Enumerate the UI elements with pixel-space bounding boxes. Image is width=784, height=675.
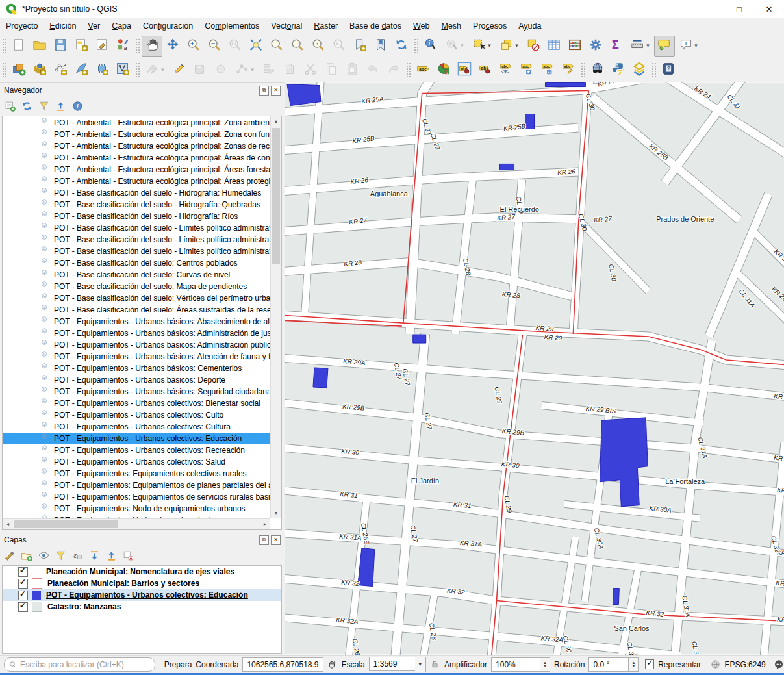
layer-checkbox[interactable] bbox=[18, 567, 28, 577]
browser-layer-item[interactable]: POT - Ambiental - Estructura ecológica p… bbox=[3, 164, 270, 175]
show-statistics-button[interactable]: Σ bbox=[606, 36, 627, 57]
python-console-button[interactable] bbox=[608, 60, 629, 81]
toolbar-grip[interactable] bbox=[414, 38, 418, 54]
browser-layer-item[interactable]: POT - Ambiental - Estructura ecológica p… bbox=[3, 129, 270, 140]
browser-layer-item[interactable]: POT - Equipamientos - Urbanos básicos: A… bbox=[3, 351, 270, 363]
browser-layer-item[interactable]: POT - Equipamientos - Urbanos básicos: A… bbox=[3, 316, 270, 327]
browser-layer-item[interactable]: POT - Base clasificación del suelo: Mapa… bbox=[3, 281, 270, 292]
menu-complementos[interactable]: Complementos bbox=[199, 19, 265, 32]
layer-labeling-options-button[interactable]: abc bbox=[412, 60, 433, 81]
browser-layer-item[interactable]: POT - Equipamientos - Urbanos básicos: C… bbox=[3, 363, 270, 374]
browser-layer-item[interactable]: POT - Equipamientos - Urbanos colectivos… bbox=[3, 456, 270, 468]
browser-layer-item[interactable]: POT - Ambiental - Estructura ecológica p… bbox=[3, 152, 270, 164]
filter-by-expression-icon[interactable]: ε bbox=[70, 548, 84, 563]
browser-layer-item[interactable]: POT - Equipamientos - Urbanos colectivos… bbox=[3, 433, 270, 444]
layer-row[interactable]: Catastro: Manzanas bbox=[3, 601, 281, 613]
browser-layer-item[interactable]: POT - Ambiental - Estructura ecológica p… bbox=[3, 175, 270, 187]
menu-procesos[interactable]: Procesos bbox=[467, 19, 512, 32]
toggle-editing-button[interactable] bbox=[169, 60, 190, 81]
browser-layer-item[interactable]: POT - Base clasificación del suelo: Curv… bbox=[3, 269, 270, 281]
menu-rster[interactable]: Ráster bbox=[308, 19, 344, 32]
zoom-in-button[interactable] bbox=[183, 36, 204, 57]
processing-toolbox-button[interactable] bbox=[585, 36, 606, 57]
messages-icon[interactable] bbox=[774, 659, 784, 670]
browser-layer-item[interactable]: POT - Base clasificación del suelo: Cent… bbox=[3, 257, 270, 269]
browser-layer-item[interactable]: POT - Equipamientos - Urbanos colectivos… bbox=[3, 421, 270, 433]
browser-float-icon[interactable]: ⧉ bbox=[259, 86, 269, 96]
deselect-features-button[interactable] bbox=[523, 36, 544, 57]
browser-layer-item[interactable]: POT - Equipamientos - Urbanos colectivos… bbox=[3, 398, 270, 409]
menu-edicin[interactable]: Edición bbox=[44, 19, 82, 32]
add-group-icon[interactable] bbox=[19, 548, 34, 563]
new-virtual-layer-button[interactable] bbox=[112, 60, 133, 81]
measure-line-button[interactable]: ▼ bbox=[627, 36, 654, 57]
layer-checkbox[interactable] bbox=[18, 602, 28, 612]
new-geopackage-layer-button[interactable] bbox=[29, 60, 50, 81]
toolbar-grip[interactable] bbox=[651, 62, 656, 78]
new-print-layout-button[interactable] bbox=[71, 36, 92, 57]
help-button[interactable]: ? bbox=[658, 60, 679, 81]
browser-layer-item[interactable]: POT - Ambiental - Estructura ecológica p… bbox=[3, 140, 270, 152]
select-features-by-value-button[interactable]: ▼ bbox=[496, 36, 523, 57]
zoom-last-button[interactable] bbox=[308, 36, 329, 57]
browser-layer-item[interactable]: POT - Equipamientos - Urbanos básicos: S… bbox=[3, 386, 270, 398]
pan-to-selection-button[interactable] bbox=[162, 36, 183, 57]
zoom-out-button[interactable] bbox=[204, 36, 225, 57]
toolbar-grip[interactable] bbox=[2, 38, 6, 54]
metasearch-button[interactable] bbox=[587, 60, 608, 81]
browser-close-icon[interactable]: ✕ bbox=[271, 86, 281, 96]
scroll-left-icon[interactable]: ◄ bbox=[3, 519, 13, 529]
browser-layer-item[interactable]: POT - Equipamientos - Urbanos básicos: D… bbox=[3, 374, 270, 386]
add-selected-layer-icon[interactable] bbox=[3, 99, 17, 113]
menu-basededatos[interactable]: Base de datos bbox=[344, 19, 407, 32]
browser-layer-item[interactable]: POT - Ambiental - Estructura ecológica p… bbox=[3, 117, 270, 129]
browser-layer-item[interactable]: POT - Equipamientos - Urbanos colectivos… bbox=[3, 444, 270, 456]
minimize-button[interactable]: — bbox=[694, 0, 724, 18]
show-hide-labels-button[interactable]: abc bbox=[496, 60, 516, 81]
new-bookmark-button[interactable] bbox=[349, 36, 370, 57]
browser-horizontal-scrollbar[interactable]: ◄ ► bbox=[3, 518, 270, 529]
layers-close-icon[interactable]: ✕ bbox=[271, 535, 281, 545]
statistical-summary-button[interactable] bbox=[564, 36, 585, 57]
rotation-spinbox[interactable]: 0.0 ° ▲▼ bbox=[588, 657, 639, 672]
close-button[interactable]: ✕ bbox=[754, 0, 784, 18]
filter-browser-icon[interactable] bbox=[36, 99, 51, 113]
browser-layer-item[interactable]: POT - Base clasificación del suelo - Lím… bbox=[3, 222, 270, 234]
browser-layer-item[interactable]: POT - Base clasificación del suelo: Área… bbox=[3, 304, 270, 316]
show-bookmarks-button[interactable] bbox=[370, 36, 391, 57]
toolbar-grip[interactable] bbox=[135, 38, 140, 54]
browser-layer-item[interactable]: POT - Equipamientos: Equipamientos colec… bbox=[3, 468, 270, 479]
highlight-pinned-labels-button[interactable]: ab bbox=[475, 60, 496, 81]
scroll-up-icon[interactable]: ▲ bbox=[271, 116, 281, 127]
data-source-manager-button[interactable] bbox=[8, 60, 29, 81]
select-features-button[interactable]: ▼ bbox=[468, 36, 496, 57]
new-spatialite-layer-button[interactable] bbox=[71, 60, 92, 81]
open-layer-styling-icon[interactable] bbox=[3, 548, 17, 563]
browser-layer-item[interactable]: POT - Equipamientos - Urbanos colectivos… bbox=[3, 409, 270, 421]
browser-layer-item[interactable]: POT - Base clasificación del suelo - Lím… bbox=[3, 246, 270, 257]
zoom-full-button[interactable] bbox=[246, 36, 266, 57]
coordinate-input[interactable]: 1062565.6,870518.9 bbox=[242, 657, 323, 672]
toolbar-grip[interactable] bbox=[135, 62, 140, 78]
pan-map-button[interactable] bbox=[142, 36, 162, 57]
scale-combo[interactable]: 1:3569 ▼ bbox=[369, 657, 426, 672]
browser-layer-item[interactable]: POT - Equipamientos: Equipamientos de pl… bbox=[3, 479, 270, 491]
collapse-all-icon[interactable] bbox=[104, 548, 118, 563]
menu-configuracin[interactable]: Configuración bbox=[137, 19, 199, 32]
remove-layer-icon[interactable] bbox=[121, 548, 135, 563]
layer-diagram-options-button[interactable] bbox=[433, 60, 454, 81]
manage-map-themes-icon[interactable] bbox=[36, 548, 51, 563]
toolbar-grip[interactable] bbox=[2, 62, 6, 78]
text-annotation-button[interactable]: T▼ bbox=[675, 36, 702, 57]
browser-layer-item[interactable]: POT - Equipamientos - Urbanos básicos: A… bbox=[3, 339, 270, 351]
browser-layer-item[interactable]: POT - Base clasificación del suelo: Vért… bbox=[3, 292, 270, 304]
crs-globe-icon[interactable] bbox=[710, 659, 720, 670]
magnifier-spinbox[interactable]: 100% ▲▼ bbox=[491, 657, 550, 672]
locator-search-input[interactable]: Escriba para localizar (Ctrl+K) bbox=[4, 657, 155, 672]
open-attribute-table-button[interactable] bbox=[544, 36, 564, 57]
new-shapefile-layer-button[interactable] bbox=[50, 60, 71, 81]
browser-layer-item[interactable]: POT - Base clasificación del suelo - Hid… bbox=[3, 187, 270, 199]
zoom-to-selection-button[interactable] bbox=[287, 36, 308, 57]
menu-ver[interactable]: Ver bbox=[82, 19, 106, 32]
map-tips-button[interactable] bbox=[654, 36, 675, 57]
